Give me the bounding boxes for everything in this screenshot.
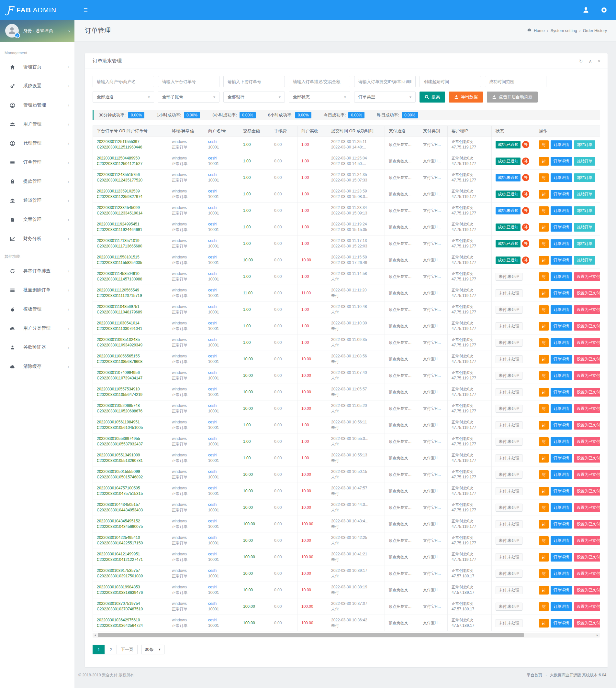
- seal-button[interactable]: 封: [539, 503, 549, 512]
- page-size-select[interactable]: 30条▼: [141, 645, 164, 655]
- order-detail-button[interactable]: 订单详情: [551, 322, 572, 330]
- scroll-right-arrow-icon[interactable]: ▸: [595, 633, 600, 638]
- pagination-page-1[interactable]: 1: [93, 645, 105, 655]
- order-detail-button[interactable]: 订单详情: [551, 437, 572, 446]
- merchant-link[interactable]: ceshi: [208, 486, 217, 490]
- order-detail-button[interactable]: 订单详情: [551, 190, 572, 199]
- search-button[interactable]: 搜索: [419, 92, 445, 102]
- order-detail-button[interactable]: 订单详情: [551, 272, 572, 281]
- set-paid-button[interactable]: 设置为已支付: [574, 272, 600, 281]
- seal-button[interactable]: 封: [539, 223, 549, 232]
- footer-home-link[interactable]: 平台首页: [527, 672, 542, 678]
- panel-close-icon[interactable]: ×: [598, 59, 600, 63]
- pagination-next-button[interactable]: 下一页: [116, 645, 137, 655]
- merchant-link[interactable]: ceshi: [208, 568, 217, 573]
- patch-notify-button[interactable]: 补: [522, 256, 529, 263]
- sidebar-item-google-auth-user[interactable]: 谷歌验证器 ›: [0, 338, 74, 357]
- merchant-link[interactable]: ceshi: [208, 403, 217, 408]
- set-paid-button[interactable]: 设置为已支付: [574, 404, 600, 413]
- filter-select-2[interactable]: 全部银行▼: [223, 92, 285, 102]
- merchant-link[interactable]: ceshi: [208, 173, 217, 177]
- order-detail-button[interactable]: 订单详情: [551, 619, 572, 627]
- sidebar-item-agent-user[interactable]: 代理管理 ›: [0, 134, 74, 153]
- merchant-link[interactable]: ceshi: [208, 139, 217, 144]
- set-paid-button[interactable]: 设置为已支付: [574, 421, 600, 430]
- seal-button[interactable]: 封: [539, 206, 549, 215]
- sidebar-item-article-book[interactable]: 文章管理 ›: [0, 210, 74, 229]
- order-detail-button[interactable]: 订单详情: [551, 305, 572, 314]
- panel-collapse-icon[interactable]: ∧: [589, 59, 592, 63]
- order-detail-button[interactable]: 订单详情: [551, 569, 572, 578]
- merchant-link[interactable]: ceshi: [208, 453, 217, 457]
- merchant-link[interactable]: ceshi: [208, 601, 217, 606]
- filter-select-3[interactable]: 全部状态▼: [289, 92, 350, 102]
- sidebar-item-bank[interactable]: 通道管理 ›: [0, 191, 74, 210]
- order-detail-button[interactable]: 订单详情: [551, 140, 572, 149]
- set-paid-button[interactable]: 设置为已支付: [574, 338, 600, 347]
- order-detail-button[interactable]: 订单详情: [551, 174, 572, 182]
- sidebar-item-users[interactable]: 用户管理 ›: [0, 115, 74, 134]
- order-detail-button[interactable]: 订单详情: [551, 470, 572, 479]
- merchant-link[interactable]: ceshi: [208, 222, 217, 226]
- set-paid-button[interactable]: 设置为已支付: [574, 553, 600, 561]
- seal-button[interactable]: 封: [539, 487, 549, 496]
- freeze-order-button[interactable]: 冻结订单: [574, 174, 595, 182]
- panel-refresh-icon[interactable]: ↻: [579, 59, 583, 63]
- merchant-link[interactable]: ceshi: [208, 436, 217, 441]
- order-detail-button[interactable]: 订单详情: [551, 223, 572, 232]
- merchant-link[interactable]: ceshi: [208, 354, 217, 359]
- set-paid-button[interactable]: 设置为已支付: [574, 305, 600, 314]
- merchant-link[interactable]: ceshi: [208, 321, 217, 325]
- gear-icon[interactable]: [600, 6, 608, 14]
- sidebar-item-finance-chart[interactable]: 财务分析 ›: [0, 229, 74, 248]
- breadcrumb-system-setting[interactable]: System setting: [551, 28, 577, 33]
- seal-button[interactable]: 封: [539, 355, 549, 364]
- set-paid-button[interactable]: 设置为已支付: [574, 520, 600, 529]
- order-detail-button[interactable]: 订单详情: [551, 421, 572, 430]
- merchant-link[interactable]: ceshi: [208, 420, 217, 425]
- patch-notify-button[interactable]: 补: [522, 224, 529, 231]
- pagination-page-2[interactable]: 2: [105, 645, 117, 655]
- merchant-link[interactable]: ceshi: [208, 535, 217, 540]
- order-detail-button[interactable]: 订单详情: [551, 487, 572, 496]
- set-paid-button[interactable]: 设置为已支付: [574, 437, 600, 446]
- seal-button[interactable]: 封: [539, 586, 549, 595]
- sidebar-item-abnormal-refresh[interactable]: 异常订单排查 ›: [0, 261, 74, 280]
- merchant-link[interactable]: ceshi: [208, 387, 217, 391]
- merchant-link[interactable]: ceshi: [208, 271, 217, 276]
- seal-button[interactable]: 封: [539, 289, 549, 298]
- order-detail-button[interactable]: 订单详情: [551, 289, 572, 298]
- seal-button[interactable]: 封: [539, 388, 549, 396]
- filter-input-5[interactable]: [419, 76, 481, 87]
- patch-notify-button[interactable]: 补: [522, 141, 529, 148]
- seal-button[interactable]: 封: [539, 421, 549, 430]
- filter-input-4[interactable]: [354, 76, 416, 87]
- set-paid-button[interactable]: 设置为已支付: [574, 470, 600, 479]
- seal-button[interactable]: 封: [539, 470, 549, 479]
- hamburger-menu-icon[interactable]: ≡: [84, 6, 88, 14]
- seal-button[interactable]: 封: [539, 553, 549, 561]
- sidebar-item-admin-user[interactable]: 管理员管理 ›: [0, 95, 74, 115]
- set-paid-button[interactable]: 设置为已支付: [574, 586, 600, 595]
- merchant-link[interactable]: ceshi: [208, 205, 217, 210]
- sidebar-item-gears[interactable]: 系统设置 ›: [0, 76, 74, 95]
- merchant-link[interactable]: ceshi: [208, 519, 217, 523]
- filter-input-2[interactable]: [223, 76, 285, 87]
- merchant-link[interactable]: ceshi: [208, 337, 217, 342]
- sidebar-item-clear-cache-cloud[interactable]: 清除缓存 ›: [0, 357, 74, 376]
- set-paid-button[interactable]: 设置为已支付: [574, 569, 600, 578]
- sidebar-item-orders-list[interactable]: 订单管理 ›: [0, 153, 74, 172]
- order-detail-button[interactable]: 订单详情: [551, 520, 572, 529]
- seal-button[interactable]: 封: [539, 569, 549, 578]
- identity-banner[interactable]: ✓ 身份：总管理员 ›: [0, 20, 74, 42]
- order-detail-button[interactable]: 订单详情: [551, 206, 572, 215]
- set-paid-button[interactable]: 设置为已支付: [574, 503, 600, 512]
- set-paid-button[interactable]: 设置为已支付: [574, 619, 600, 627]
- patch-notify-button[interactable]: 补: [522, 190, 529, 198]
- merchant-link[interactable]: ceshi: [208, 255, 217, 259]
- order-detail-button[interactable]: 订单详情: [551, 388, 572, 396]
- patch-notify-button[interactable]: 补: [522, 158, 529, 165]
- merchant-link[interactable]: ceshi: [208, 189, 217, 193]
- sidebar-item-user-category-cloud[interactable]: 用户分类管理 ›: [0, 319, 74, 338]
- user-icon[interactable]: [582, 6, 590, 14]
